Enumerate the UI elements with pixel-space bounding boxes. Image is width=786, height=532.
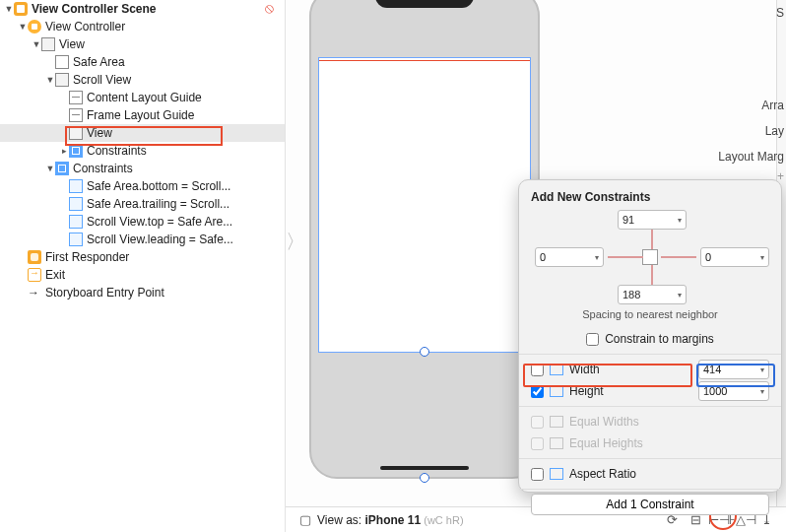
add-constraints-popover: Add New Constraints 91 0 0 188 Spacing t… — [518, 179, 782, 493]
divider — [519, 354, 781, 355]
equal-heights-label: Equal Heights — [569, 436, 643, 450]
height-row[interactable]: Height 1000 — [531, 380, 769, 402]
stop-icon[interactable]: ⦸ — [265, 3, 277, 15]
outline-frame-layout-guide[interactable]: Frame Layout Guide — [0, 106, 285, 124]
selected-view[interactable] — [318, 57, 531, 353]
equal-widths-label: Equal Widths — [569, 415, 639, 429]
outline-label: Scroll View — [73, 73, 131, 87]
outline-safe-area[interactable]: Safe Area — [0, 53, 285, 71]
spacing-top-field[interactable]: 91 — [618, 210, 687, 230]
document-outline: ▼ View Controller Scene ⦸ ▼ View Control… — [0, 0, 286, 532]
outline-constraint-item[interactable]: Scroll View.leading = Safe... — [0, 231, 285, 248]
aspect-ratio-label: Aspect Ratio — [569, 467, 636, 481]
height-icon — [550, 385, 563, 397]
width-checkbox[interactable] — [531, 364, 544, 376]
outline-constraint-item[interactable]: Scroll View.top = Safe Are... — [0, 213, 285, 231]
guide-icon — [69, 108, 83, 122]
outline-exit[interactable]: Exit — [0, 266, 285, 284]
home-indicator-icon — [380, 466, 469, 470]
back-arrow-icon[interactable]: 〉 — [286, 229, 305, 255]
outline-label: View — [59, 37, 85, 51]
height-label: Height — [569, 384, 604, 398]
outline-constraints-inner[interactable]: ▸ Constraints — [0, 142, 285, 160]
inspector-layout-margins-label: Layout Marg — [718, 150, 784, 164]
guide-icon — [69, 91, 83, 104]
equal-widths-checkbox — [531, 416, 544, 429]
constraint-icon — [69, 233, 83, 246]
outline-label: Safe Area.bottom = Scroll... — [87, 179, 230, 193]
constraint-icon — [69, 197, 83, 211]
width-value-field[interactable]: 414 — [698, 360, 769, 379]
constrain-margins-row[interactable]: Constrain to margins — [531, 328, 769, 350]
outline-view[interactable]: ▼ View — [0, 35, 285, 53]
outline-label: Constraints — [73, 162, 133, 175]
outline-label: Safe Area — [73, 55, 125, 69]
divider — [519, 458, 781, 459]
outline-view-controller[interactable]: ▼ View Controller — [0, 18, 285, 35]
device-selector-icon[interactable]: ▢ — [295, 511, 315, 529]
outline-label: Frame Layout Guide — [87, 108, 194, 122]
outline-label: Scroll View.leading = Safe... — [87, 233, 233, 246]
notch-icon — [375, 0, 474, 8]
size-class: (wC hR) — [421, 514, 463, 526]
outline-label: Exit — [45, 268, 65, 282]
resize-handle-frame-bottom[interactable] — [420, 473, 429, 483]
spacing-center-icon — [642, 249, 658, 265]
equal-heights-checkbox — [531, 437, 544, 450]
spacing-bottom-field[interactable]: 188 — [618, 285, 687, 304]
outline-label: View — [87, 126, 112, 140]
constraint-icon — [69, 179, 83, 193]
aspect-ratio-icon — [550, 468, 563, 480]
outline-scene[interactable]: ▼ View Controller Scene ⦸ — [0, 0, 285, 18]
outline-content-layout-guide[interactable]: Content Layout Guide — [0, 89, 285, 106]
constraints-icon — [69, 144, 83, 158]
outline-label: Content Layout Guide — [87, 91, 202, 104]
height-checkbox[interactable] — [531, 385, 544, 398]
constraint-icon — [69, 215, 83, 229]
outline-label: View Controller Scene — [32, 2, 157, 16]
equal-heights-icon — [550, 437, 563, 449]
view-icon — [69, 126, 83, 140]
outline-constraint-item[interactable]: Safe Area.bottom = Scroll... — [0, 177, 285, 195]
outline-label: Storyboard Entry Point — [45, 286, 164, 299]
strut-bottom[interactable] — [651, 265, 653, 285]
viewcontroller-icon — [28, 20, 41, 33]
outline-first-responder[interactable]: First Responder — [0, 248, 285, 266]
phone-frame — [309, 0, 540, 479]
outline-scroll-view[interactable]: ▼ Scroll View — [0, 71, 285, 89]
strut-right[interactable] — [661, 256, 696, 258]
divider — [519, 489, 781, 490]
outline-label: Constraints — [87, 144, 147, 158]
width-label: Width — [569, 363, 600, 376]
height-value-field[interactable]: 1000 — [698, 381, 769, 401]
view-as-prefix: View as: — [317, 513, 364, 527]
width-row[interactable]: Width 414 — [531, 359, 769, 380]
first-responder-icon — [28, 250, 41, 264]
outline-constraint-item[interactable]: Safe Area.trailing = Scroll... — [0, 195, 285, 213]
outline-label: View Controller — [45, 20, 125, 33]
outline-label: First Responder — [45, 250, 129, 264]
aspect-ratio-row[interactable]: Aspect Ratio — [531, 463, 769, 485]
spacing-grid: 91 0 0 188 — [531, 210, 769, 304]
spacing-right-field[interactable]: 0 — [700, 247, 769, 267]
resize-handle-bottom[interactable] — [420, 347, 429, 357]
view-as-label[interactable]: View as: iPhone 11 (wC hR) — [317, 513, 464, 527]
width-icon — [550, 364, 563, 375]
strut-top[interactable] — [651, 230, 653, 249]
inspector-layout-label: Lay — [765, 124, 784, 138]
inspector-arrange-label: Arra — [761, 99, 784, 112]
equal-heights-row: Equal Heights — [531, 432, 769, 454]
outline-entry-point[interactable]: Storyboard Entry Point — [0, 284, 285, 301]
scene-icon — [14, 2, 28, 16]
outline-inner-view[interactable]: View — [0, 124, 285, 142]
outline-constraints[interactable]: ▼ Constraints — [0, 160, 285, 177]
constrain-margins-checkbox[interactable] — [586, 333, 599, 346]
aspect-ratio-checkbox[interactable] — [531, 468, 544, 481]
divider — [519, 406, 781, 407]
safearea-icon — [55, 55, 69, 69]
constrain-margins-label: Constrain to margins — [605, 332, 714, 346]
constraints-icon — [55, 162, 69, 175]
spacing-left-field[interactable]: 0 — [535, 247, 604, 267]
strut-left[interactable] — [608, 256, 643, 258]
add-constraint-button[interactable]: Add 1 Constraint — [531, 494, 769, 515]
